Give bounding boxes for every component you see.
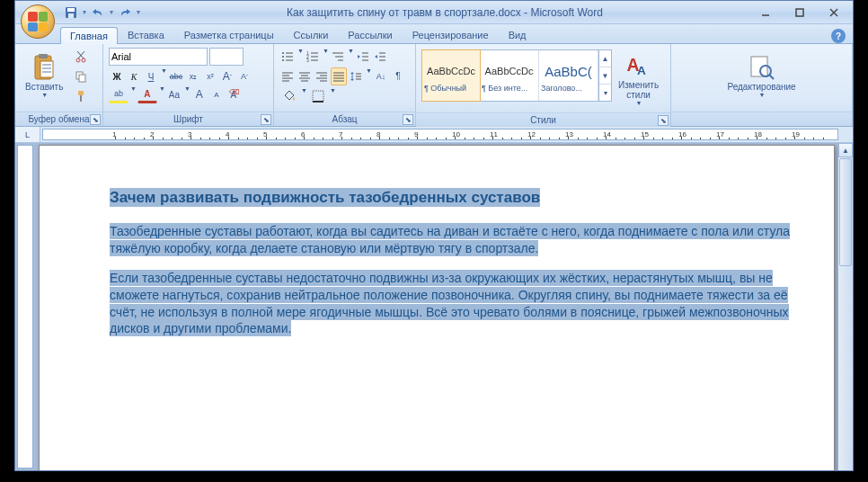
- change-styles-button[interactable]: AA Изменить стили ▼: [612, 49, 665, 109]
- indent-dec-button[interactable]: [355, 48, 371, 66]
- multilevel-button[interactable]: [330, 48, 346, 66]
- shrink-font-button[interactable]: Aˇ: [236, 67, 252, 85]
- grow-font-button[interactable]: Aˆ: [219, 67, 235, 85]
- align-justify-icon: [332, 71, 345, 82]
- svg-point-21: [282, 52, 284, 54]
- styles-gallery[interactable]: AaBbCcDc ¶ Обычный AaBbCcDc ¶ Без инте..…: [421, 49, 612, 102]
- chevron-down-icon[interactable]: ▼: [330, 87, 336, 105]
- maximize-button[interactable]: [783, 4, 817, 21]
- copy-icon: [75, 70, 87, 83]
- subscript-button[interactable]: x₂: [185, 67, 201, 85]
- office-button[interactable]: [21, 4, 55, 39]
- sort-button[interactable]: A↓: [373, 67, 389, 85]
- doc-paragraph-1[interactable]: Тазобедренные суставы работают, когда вы…: [110, 223, 790, 256]
- format-painter-button[interactable]: [71, 87, 91, 105]
- vertical-scrollbar[interactable]: ▲: [838, 143, 853, 470]
- align-justify-button[interactable]: [331, 67, 347, 85]
- document-page[interactable]: Зачем развивать подвижность тазобедренны…: [39, 145, 835, 470]
- ribbon-tabs: Главная Вставка Разметка страницы Ссылки…: [15, 24, 853, 44]
- help-icon[interactable]: ?: [831, 29, 846, 43]
- qat-undo-more[interactable]: ▾: [109, 4, 114, 22]
- cut-button[interactable]: [71, 48, 91, 66]
- vertical-ruler[interactable]: [17, 145, 33, 469]
- paste-button[interactable]: Вставить ▼: [19, 46, 69, 105]
- change-case-button[interactable]: Aa: [166, 85, 182, 103]
- show-marks-button[interactable]: ¶: [390, 67, 406, 85]
- doc-paragraph-2[interactable]: Если тазобедренные суставы недостаточно …: [110, 270, 789, 337]
- window-controls: [748, 4, 851, 21]
- editing-button[interactable]: Редактирование ▼: [721, 46, 802, 105]
- chevron-down-icon[interactable]: ▼: [301, 87, 307, 105]
- chevron-down-icon[interactable]: ▼: [130, 85, 137, 103]
- style-heading1[interactable]: AaBbC( Заголово...: [539, 50, 598, 101]
- horizontal-ruler[interactable]: 12345678910111213141516171819: [42, 129, 838, 140]
- chevron-down-icon[interactable]: ▼: [297, 48, 304, 66]
- scroll-up-button[interactable]: ▲: [838, 143, 853, 157]
- font-color-button[interactable]: A: [137, 85, 157, 103]
- font-launcher[interactable]: ⬊: [261, 114, 271, 125]
- svg-point-13: [76, 58, 80, 62]
- svg-rect-62: [313, 91, 323, 102]
- close-button[interactable]: [817, 4, 851, 21]
- svg-line-15: [78, 51, 84, 58]
- shading-button[interactable]: [279, 87, 299, 105]
- chevron-down-icon[interactable]: ▼: [161, 67, 167, 85]
- page-viewport[interactable]: Зачем развивать подвижность тазобедренны…: [39, 145, 835, 470]
- highlight-button[interactable]: ab: [109, 85, 128, 103]
- doc-heading[interactable]: Зачем развивать подвижность тазобедренны…: [110, 188, 540, 207]
- redo-icon: [119, 7, 131, 18]
- align-left-button[interactable]: [279, 67, 296, 85]
- align-center-button[interactable]: [297, 67, 313, 85]
- ruler-corner[interactable]: L: [15, 127, 40, 142]
- qat-redo[interactable]: [116, 4, 134, 22]
- chevron-down-icon: ▼: [636, 100, 642, 106]
- chevron-down-icon[interactable]: ▼: [159, 85, 165, 103]
- clear-format-button[interactable]: A⌫: [226, 85, 242, 103]
- tab-references[interactable]: Ссылки: [284, 26, 339, 43]
- bold-button[interactable]: Ж: [109, 67, 125, 85]
- superscript-button[interactable]: x²: [202, 67, 218, 85]
- qat-save[interactable]: [62, 4, 80, 22]
- font-family-select[interactable]: [109, 48, 208, 66]
- office-logo-icon: [28, 12, 48, 31]
- undo-icon: [92, 7, 104, 18]
- grow-font2-button[interactable]: A: [191, 85, 208, 103]
- svg-rect-2: [68, 13, 74, 18]
- qat-separator: ▾: [82, 4, 87, 22]
- tab-review[interactable]: Рецензирование: [403, 26, 499, 43]
- chevron-down-icon[interactable]: ▼: [348, 48, 354, 66]
- tab-layout[interactable]: Разметка страницы: [174, 26, 284, 43]
- clipboard-launcher[interactable]: ⬊: [90, 114, 101, 125]
- style-normal[interactable]: AaBbCcDc ¶ Обычный: [421, 49, 481, 102]
- chevron-down-icon[interactable]: ▼: [184, 85, 190, 103]
- font-size-select[interactable]: [209, 48, 244, 66]
- chevron-down-icon[interactable]: ▼: [323, 48, 329, 66]
- strike-button[interactable]: abc: [168, 67, 184, 85]
- underline-button[interactable]: Ч: [143, 67, 159, 85]
- line-spacing-button[interactable]: [348, 67, 364, 85]
- italic-button[interactable]: К: [126, 67, 142, 85]
- svg-text:A: A: [637, 64, 646, 77]
- style-more[interactable]: ▾: [599, 85, 611, 101]
- scroll-thumb[interactable]: [839, 158, 852, 266]
- bullets-button[interactable]: [279, 48, 296, 66]
- style-up[interactable]: ▲: [599, 50, 611, 67]
- shrink-font2-button[interactable]: A: [208, 85, 225, 103]
- tab-insert[interactable]: Вставка: [118, 26, 174, 43]
- numbering-button[interactable]: 123: [305, 48, 321, 66]
- styles-launcher[interactable]: ⬊: [658, 115, 669, 126]
- qat-undo[interactable]: [89, 4, 107, 22]
- tab-home[interactable]: Главная: [60, 27, 118, 44]
- indent-inc-button[interactable]: [372, 48, 388, 66]
- tab-view[interactable]: Вид: [499, 26, 536, 43]
- style-down[interactable]: ▼: [599, 67, 611, 85]
- minimize-button[interactable]: [748, 4, 783, 21]
- svg-point-14: [82, 58, 85, 62]
- style-no-spacing[interactable]: AaBbCcDc ¶ Без инте...: [480, 50, 539, 101]
- chevron-down-icon[interactable]: ▼: [366, 67, 372, 85]
- copy-button[interactable]: [71, 67, 91, 85]
- borders-button[interactable]: [308, 87, 328, 105]
- align-right-button[interactable]: [314, 67, 330, 85]
- paragraph-launcher[interactable]: ⬊: [403, 114, 413, 125]
- tab-mailings[interactable]: Рассылки: [338, 26, 402, 43]
